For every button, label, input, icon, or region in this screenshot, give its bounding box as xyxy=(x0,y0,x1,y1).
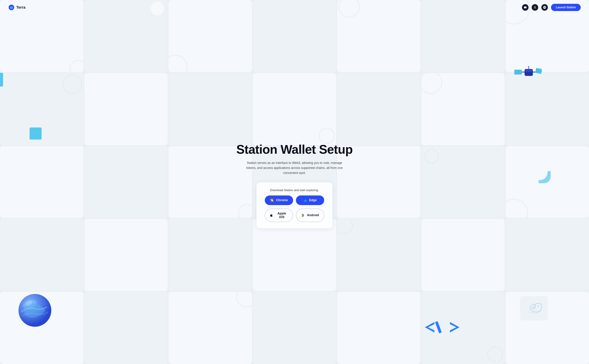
navbar: Terra Launch Station xyxy=(0,0,589,15)
logo[interactable]: Terra xyxy=(8,4,25,11)
browser-buttons-row: Chrome E xyxy=(265,195,324,205)
svg-point-25 xyxy=(272,200,273,201)
ios-label: Apple iOS xyxy=(275,212,289,219)
telegram-button[interactable] xyxy=(541,4,548,11)
nav-right: Launch Station xyxy=(522,4,581,11)
logo-text: Terra xyxy=(16,5,25,10)
edge-icon xyxy=(303,198,308,202)
download-card: Download Station and start exploring. Ch… xyxy=(256,182,332,228)
page-subtitle: Station serves as an interface to Web3, … xyxy=(246,160,343,175)
google-play-icon xyxy=(301,213,305,217)
edge-download-button[interactable]: Edge xyxy=(296,195,324,205)
ios-download-button[interactable]: Apple iOS xyxy=(265,208,293,222)
terra-logo-icon xyxy=(8,4,14,11)
chrome-download-button[interactable]: Chrome xyxy=(265,195,293,205)
main-content: Station Wallet Setup Station serves as a… xyxy=(0,0,589,364)
page-title: Station Wallet Setup xyxy=(236,143,353,156)
chrome-label: Chrome xyxy=(276,198,288,202)
launch-station-button[interactable]: Launch Station xyxy=(551,4,581,11)
apple-icon xyxy=(269,213,273,217)
edge-label: Edge xyxy=(309,198,317,202)
download-label: Download Station and start exploring. xyxy=(270,188,319,192)
discord-button[interactable] xyxy=(522,4,529,11)
android-download-button[interactable]: Android xyxy=(296,208,324,222)
chrome-icon xyxy=(270,198,274,202)
android-label: Android xyxy=(307,213,319,217)
twitter-x-button[interactable] xyxy=(532,4,538,11)
mobile-buttons-row: Apple iOS Android xyxy=(265,208,324,222)
